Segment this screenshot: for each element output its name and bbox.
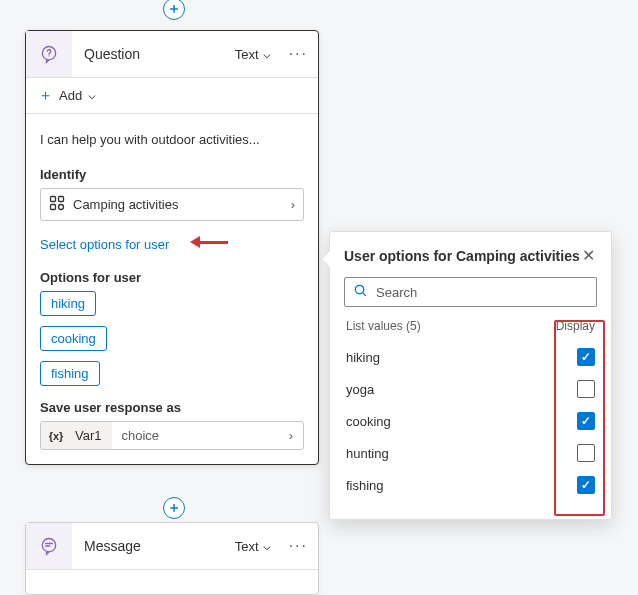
options-list: hiking ✓ yoga cooking ✓ hunting fishing … (344, 341, 597, 501)
list-item-label: hunting (346, 446, 389, 461)
list-item: hunting (344, 437, 597, 469)
save-response-label: Save user response as (40, 400, 304, 415)
question-card: Question Text ⌵ ··· ＋ Add ⌵ I can help y… (25, 30, 319, 465)
prompt-text[interactable]: I can help you with outdoor activities..… (40, 124, 304, 161)
variable-type: choice (112, 422, 170, 449)
option-chip[interactable]: cooking (40, 326, 107, 351)
display-column-header: Display (556, 319, 595, 333)
svg-rect-2 (51, 197, 56, 202)
identify-label: Identify (40, 167, 304, 182)
option-chip[interactable]: fishing (40, 361, 100, 386)
svg-point-1 (48, 55, 49, 56)
more-menu-button[interactable]: ··· (279, 45, 318, 63)
option-chip-list: hiking cooking fishing (40, 291, 304, 386)
chevron-down-icon: ⌵ (88, 87, 96, 102)
add-label: Add (59, 88, 82, 103)
display-checkbox[interactable]: ✓ (577, 476, 595, 494)
display-checkbox[interactable]: ✓ (577, 348, 595, 366)
list-item: hiking ✓ (344, 341, 597, 373)
type-label: Text (235, 47, 259, 62)
list-item: yoga (344, 373, 597, 405)
close-icon[interactable]: ✕ (580, 246, 597, 265)
user-options-popover: User options for Camping activities ✕ Li… (329, 231, 612, 520)
add-node-button-below[interactable]: ＋ (163, 497, 185, 519)
more-menu-button[interactable]: ··· (279, 537, 318, 555)
search-box[interactable] (344, 277, 597, 307)
question-card-title: Question (72, 46, 235, 62)
message-card-title: Message (72, 538, 235, 554)
list-item-label: hiking (346, 350, 380, 365)
message-card: Message Text ⌵ ··· (25, 522, 319, 595)
svg-rect-3 (59, 197, 64, 202)
question-card-body: I can help you with outdoor activities..… (26, 114, 318, 464)
display-checkbox[interactable]: ✓ (577, 412, 595, 430)
add-node-button-top[interactable]: ＋ (163, 0, 185, 20)
message-icon (26, 523, 72, 569)
type-selector[interactable]: Text ⌵ (235, 47, 279, 62)
chevron-right-icon: › (279, 428, 303, 443)
list-item-label: fishing (346, 478, 384, 493)
identify-entity-picker[interactable]: Camping activities › (40, 188, 304, 221)
svg-point-5 (59, 205, 64, 210)
display-checkbox[interactable] (577, 380, 595, 398)
list-item: fishing ✓ (344, 469, 597, 501)
select-options-link[interactable]: Select options for user (40, 233, 169, 256)
entity-icon (49, 195, 65, 214)
plus-icon: ＋ (38, 86, 53, 105)
svg-point-6 (42, 539, 55, 552)
type-label: Text (235, 539, 259, 554)
identify-value: Camping activities (73, 197, 179, 212)
svg-rect-4 (51, 205, 56, 210)
list-item-label: yoga (346, 382, 374, 397)
popover-title: User options for Camping activities (344, 248, 580, 264)
variable-picker[interactable]: {x} Var1 choice › (40, 421, 304, 450)
question-card-header: Question Text ⌵ ··· (26, 31, 318, 78)
search-icon (353, 283, 368, 301)
variable-icon: {x} (41, 422, 71, 449)
chevron-down-icon: ⌵ (263, 538, 271, 553)
message-card-header: Message Text ⌵ ··· (26, 523, 318, 570)
display-checkbox[interactable] (577, 444, 595, 462)
options-for-user-label: Options for user (40, 270, 304, 285)
variable-name: Var1 (71, 422, 112, 449)
search-input[interactable] (376, 285, 588, 300)
question-icon (26, 31, 72, 77)
chevron-right-icon: › (291, 197, 295, 212)
list-item: cooking ✓ (344, 405, 597, 437)
option-chip[interactable]: hiking (40, 291, 96, 316)
add-row-button[interactable]: ＋ Add ⌵ (26, 78, 318, 114)
list-item-label: cooking (346, 414, 391, 429)
chevron-down-icon: ⌵ (263, 46, 271, 61)
list-values-header: List values (5) (346, 319, 421, 333)
type-selector[interactable]: Text ⌵ (235, 539, 279, 554)
